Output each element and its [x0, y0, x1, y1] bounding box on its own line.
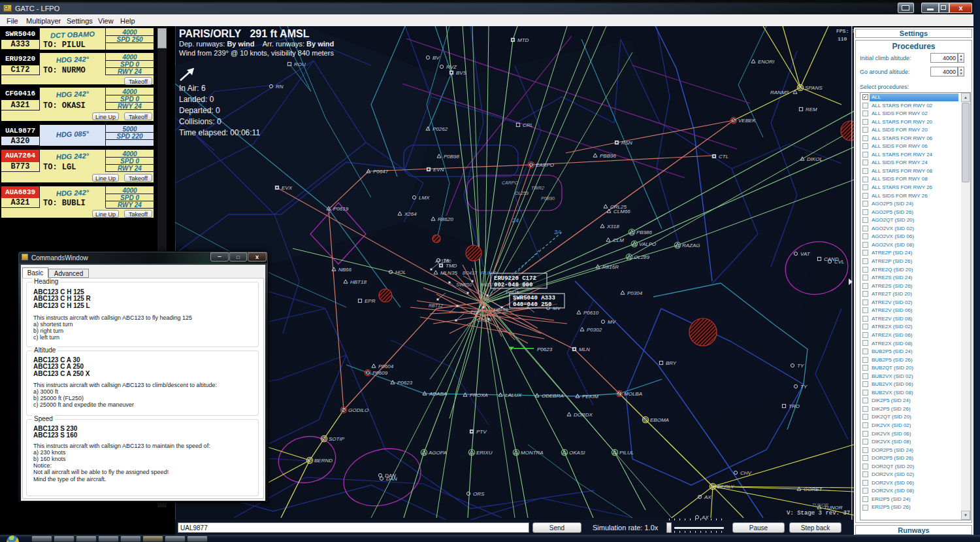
- svg-text:MLN: MLN: [579, 347, 590, 352]
- svg-text:TWR: TWR: [470, 310, 481, 314]
- svg-text:Wind from 239° @ 10 knots, vis: Wind from 239° @ 10 knots, visibility 84…: [179, 49, 334, 57]
- svg-text:LMX: LMX: [419, 195, 430, 201]
- svg-text:EPR: EPR: [365, 298, 376, 304]
- svg-text:EBOMA: EBOMA: [650, 417, 669, 423]
- svg-text:TWR2: TWR2: [531, 186, 544, 190]
- svg-text:GORET: GORET: [804, 486, 823, 492]
- svg-text:RANMS: RANMS: [770, 90, 790, 95]
- svg-text:MOLBA: MOLBA: [624, 391, 642, 397]
- svg-text:R8620: R8620: [438, 216, 453, 222]
- svg-text:P0647: P0647: [373, 169, 389, 175]
- svg-text:PTV: PTV: [476, 429, 487, 435]
- svg-text:SOTIP: SOTIP: [329, 436, 345, 442]
- svg-text:PBB96: PBB96: [600, 153, 616, 159]
- svg-text:ORS: ORS: [473, 491, 485, 497]
- svg-text:BO417: BO417: [463, 271, 478, 275]
- svg-text:PEKIM: PEKIM: [582, 394, 598, 399]
- svg-text:BRY: BRY: [666, 360, 677, 366]
- svg-text:VEBEK: VEBEK: [738, 118, 756, 124]
- svg-text:P0604: P0604: [378, 364, 394, 369]
- svg-text:ENORI: ENORI: [758, 59, 775, 65]
- svg-text:P0623: P0623: [537, 347, 553, 352]
- svg-text:BVS: BVS: [456, 70, 467, 76]
- svg-text:P0623: P0623: [397, 380, 413, 386]
- svg-text:002-040 000: 002-040 000: [494, 282, 532, 288]
- svg-text:3A: 3A: [554, 229, 561, 235]
- svg-text:HOL: HOL: [395, 269, 406, 275]
- svg-text:VAT: VAT: [800, 251, 811, 257]
- svg-text:MONTRA: MONTRA: [521, 450, 544, 456]
- svg-text:MLN35: MLN35: [440, 270, 457, 276]
- svg-text:DORDX: DORDX: [574, 412, 593, 418]
- svg-text:MTD: MTD: [517, 37, 529, 43]
- svg-text:24: 24: [512, 217, 519, 224]
- svg-text:CARPO: CARPO: [502, 180, 518, 185]
- svg-text:TMD: TMD: [446, 263, 457, 269]
- svg-text:P0304: P0304: [627, 290, 643, 296]
- svg-text:Collisions: 0: Collisions: 0: [179, 117, 221, 126]
- svg-text:TRO: TRO: [789, 403, 800, 409]
- svg-text:EVN: EVN: [433, 167, 444, 173]
- svg-text:TY: TY: [797, 363, 804, 369]
- svg-text:BERLY: BERLY: [717, 484, 734, 490]
- svg-text:GODILO: GODILO: [348, 407, 368, 413]
- svg-text:CLM66: CLM66: [613, 209, 630, 214]
- svg-text:RVZ: RVZ: [446, 64, 457, 70]
- svg-text:CLM: CLM: [613, 237, 624, 243]
- svg-text:OL289: OL289: [634, 254, 650, 260]
- svg-text:EARPO: EARPO: [536, 162, 554, 168]
- svg-text:OKASI: OKASI: [569, 450, 585, 456]
- svg-text:AGOPA: AGOPA: [428, 450, 447, 456]
- svg-text:RSN: RSN: [621, 140, 632, 146]
- svg-text:P0619: P0619: [333, 206, 349, 212]
- svg-text:P0610: P0610: [583, 310, 599, 316]
- svg-text:040=040 250: 040=040 250: [513, 301, 551, 308]
- svg-text:P0302: P0302: [587, 327, 602, 333]
- svg-text:P0609: P0609: [372, 370, 388, 376]
- svg-text:In Air: 6: In Air: 6: [179, 84, 206, 93]
- svg-text:FROXA: FROXA: [470, 392, 488, 398]
- svg-text:ROU: ROU: [294, 61, 306, 67]
- svg-text:UAL98: UAL98: [494, 307, 508, 312]
- svg-text:CHV: CHV: [740, 470, 752, 476]
- svg-text:RBT12: RBT12: [429, 303, 443, 308]
- svg-text:110: 110: [838, 36, 847, 42]
- svg-text:P0B98: P0B98: [444, 154, 460, 160]
- svg-text:BV: BV: [433, 55, 440, 61]
- svg-text:ADABA: ADABA: [429, 391, 447, 397]
- svg-text:X264: X264: [404, 211, 417, 217]
- svg-text:SPANS: SPANS: [805, 85, 823, 91]
- svg-text:PB986: PB986: [636, 229, 653, 235]
- svg-text:REM: REM: [806, 107, 817, 112]
- svg-text:FPS: 7.00: FPS: 7.00: [836, 28, 854, 34]
- svg-text:Time elapsed: 00:06:11: Time elapsed: 00:06:11: [179, 128, 260, 137]
- svg-text:DIKOL: DIKOL: [807, 156, 823, 162]
- svg-text:R816R: R816R: [602, 264, 619, 270]
- svg-text:CRL: CRL: [523, 122, 533, 128]
- svg-text:RN: RN: [276, 84, 284, 90]
- svg-text:TY: TY: [800, 384, 808, 390]
- svg-text:AX: AX: [704, 494, 711, 500]
- svg-text:MV: MV: [608, 319, 616, 325]
- svg-text:Departed: 0: Departed: 0: [179, 106, 220, 115]
- svg-text:P0262: P0262: [433, 126, 448, 132]
- svg-text:VALPO: VALPO: [639, 241, 656, 247]
- svg-text:Dep. runways: By wind Arr.: Dep. runways: By wind Arr. runways: By w…: [179, 40, 334, 48]
- svg-text:V: Stage 3 rev. 37: V: Stage 3 rev. 37: [787, 510, 850, 517]
- svg-text:ODEBRA: ODEBRA: [542, 393, 564, 399]
- svg-text:HBT18: HBT18: [350, 279, 367, 285]
- svg-text:PILUL: PILUL: [619, 450, 634, 456]
- svg-text:CFG04: CFG04: [477, 318, 492, 322]
- svg-text:TUNOR: TUNOR: [812, 503, 828, 507]
- svg-text:SWR5040 A333: SWR5040 A333: [513, 295, 555, 301]
- svg-text:X318: X318: [606, 224, 619, 229]
- svg-text:RAZAG: RAZAG: [682, 243, 700, 248]
- svg-text:BERND: BERND: [314, 458, 333, 464]
- svg-text:CVL: CVL: [834, 259, 845, 265]
- svg-text:CTL: CTL: [719, 154, 728, 160]
- svg-text:OL259: OL259: [515, 191, 529, 195]
- svg-text:ERIXU: ERIXU: [476, 450, 493, 456]
- svg-text:NB66: NB66: [338, 267, 352, 273]
- svg-text:PARIS/ORLY 291 ft AMSL: PARIS/ORLY 291 ft AMSL: [179, 28, 310, 39]
- svg-text:SWR50: SWR50: [456, 282, 472, 287]
